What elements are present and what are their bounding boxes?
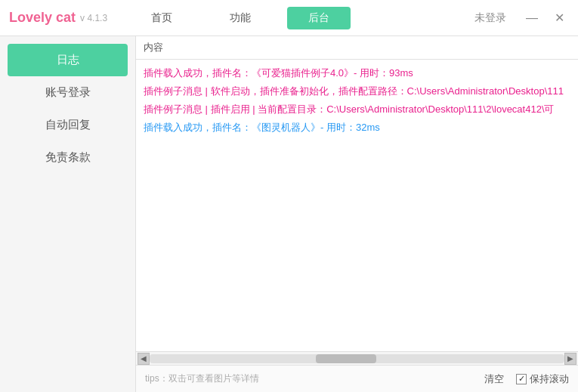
login-status: 未登录 <box>474 11 506 25</box>
log-body[interactable]: 插件载入成功，插件名：《可爱猫插件例子4.0》- 用时：93ms 插件例子消息 … <box>136 60 578 351</box>
log-row: 插件例子消息 | 插件启用 | 当前配置目录：C:\Users\Administ… <box>144 100 570 119</box>
keep-scroll-text: 保持滚动 <box>530 372 569 386</box>
tab-feature[interactable]: 功能 <box>209 7 272 29</box>
keep-scroll-checkbox[interactable]: ✓ <box>516 374 527 384</box>
close-button[interactable]: ✕ <box>550 9 569 26</box>
app-version: v 4.1.3 <box>80 13 107 23</box>
tab-home[interactable]: 首页 <box>130 7 193 29</box>
sidebar: 日志 账号登录 自动回复 免责条款 <box>0 36 136 392</box>
main-layout: 日志 账号登录 自动回复 免责条款 内容 插件载入成功，插件名：《可爱猫插件例子… <box>0 36 578 392</box>
footer-tips: tips：双击可查看图片等详情 <box>145 372 259 385</box>
sidebar-item-disclaimer[interactable]: 免责条款 <box>0 141 135 174</box>
scroll-left-arrow[interactable]: ◀ <box>138 353 150 365</box>
log-row: 插件例子消息 | 软件启动，插件准备初始化，插件配置路径：C:\Users\Ad… <box>144 82 570 100</box>
app-title: Lovely cat <box>9 10 76 26</box>
keep-scroll-label[interactable]: ✓ 保持滚动 <box>516 372 569 386</box>
title-bar: Lovely cat v 4.1.3 首页 功能 后台 未登录 — ✕ <box>0 0 578 36</box>
sidebar-item-autoreply[interactable]: 自动回复 <box>0 109 135 141</box>
footer: tips：双击可查看图片等详情 清空 ✓ 保持滚动 <box>136 365 578 392</box>
sidebar-item-account[interactable]: 账号登录 <box>0 76 135 109</box>
clear-button[interactable]: 清空 <box>480 371 508 387</box>
horizontal-scrollbar[interactable]: ◀ ▶ <box>136 351 578 365</box>
sidebar-item-log[interactable]: 日志 <box>8 44 128 76</box>
log-row: 插件载入成功，插件名：《可爱猫插件例子4.0》- 用时：93ms <box>144 64 570 82</box>
tab-backend[interactable]: 后台 <box>287 7 351 29</box>
minimize-button[interactable]: — <box>521 10 542 26</box>
log-row: 插件载入成功，插件名：《图灵机器人》- 用时：32ms <box>144 119 570 137</box>
log-header-content: 内容 <box>144 41 163 54</box>
content-area: 内容 插件载入成功，插件名：《可爱猫插件例子4.0》- 用时：93ms 插件例子… <box>136 36 578 392</box>
scroll-track[interactable] <box>150 354 564 363</box>
scroll-thumb[interactable] <box>316 354 376 363</box>
log-header: 内容 <box>136 36 578 60</box>
nav-tabs: 首页 功能 后台 <box>130 7 474 29</box>
footer-controls: 清空 ✓ 保持滚动 <box>480 371 569 387</box>
window-controls: — ✕ <box>521 9 569 26</box>
scroll-right-arrow[interactable]: ▶ <box>564 353 576 365</box>
